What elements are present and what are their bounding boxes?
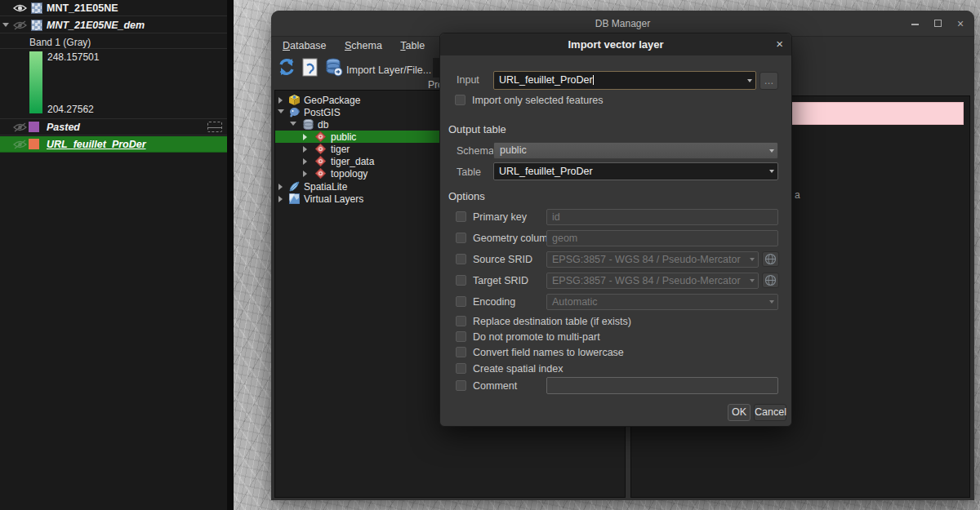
- schema-icon: [315, 144, 326, 154]
- primary-key-placeholder: id: [552, 211, 560, 223]
- postgis-icon: [289, 107, 300, 118]
- input-value: URL_feuillet_ProDer: [499, 74, 593, 86]
- separator: [0, 48, 227, 49]
- import-vector-layer-dialog: Import vector layer × Input URL_feuillet…: [439, 33, 792, 427]
- geopackage-icon: [289, 95, 300, 105]
- dialog-titlebar[interactable]: Import vector layer ×: [440, 33, 791, 55]
- encoding-checkbox[interactable]: [456, 296, 466, 307]
- lowercase-fields-label: Convert field names to lowercase: [473, 347, 624, 358]
- chevron-down-icon[interactable]: [769, 170, 774, 173]
- no-multipart-checkbox[interactable]: [456, 331, 466, 342]
- tree-label[interactable]: Virtual Layers: [304, 193, 363, 205]
- info-text-fragment: a: [795, 189, 800, 201]
- import-layer-icon[interactable]: [325, 58, 343, 77]
- menu-table[interactable]: Table: [397, 38, 428, 53]
- layer-row-mnt[interactable]: MNT_21E05NE: [0, 0, 227, 16]
- sql-window-icon[interactable]: [302, 58, 318, 78]
- chevron-down-icon: [750, 279, 755, 282]
- cancel-button[interactable]: Cancel: [754, 404, 786, 421]
- tree-label[interactable]: tiger: [331, 144, 350, 155]
- primary-key-checkbox[interactable]: [456, 211, 466, 222]
- tree-label[interactable]: SpatiaLite: [304, 181, 347, 193]
- primary-key-label: Primary key: [473, 211, 527, 223]
- spatial-index-checkbox[interactable]: [456, 363, 466, 374]
- comment-checkbox[interactable]: [456, 380, 466, 391]
- import-only-selected-label: Import only selected features: [472, 95, 604, 106]
- layer-row-url-feuillet[interactable]: URL_feuillet_ProDer: [0, 136, 227, 153]
- tree-label[interactable]: tiger_data: [331, 156, 374, 167]
- layer-row-pasted[interactable]: Pasted: [0, 119, 227, 135]
- source-srid-checkbox[interactable]: [456, 254, 466, 264]
- toolbar-button-fragment: [433, 58, 439, 78]
- menu-schema[interactable]: Schema: [341, 38, 385, 53]
- chevron-down-icon: [769, 300, 774, 304]
- target-srid-combobox: EPSG:3857 - WGS 84 / Pseudo-Mercator: [546, 273, 759, 289]
- layer-color-swatch: [29, 122, 39, 132]
- ok-button[interactable]: OK: [728, 404, 751, 421]
- memory-layer-indicator-icon[interactable]: [207, 122, 222, 132]
- visibility-eye-off-icon[interactable]: [13, 20, 27, 30]
- comment-field[interactable]: [546, 377, 778, 394]
- virtual-layers-icon: [289, 193, 300, 204]
- tree-label[interactable]: public: [331, 131, 356, 143]
- chevron-down-icon[interactable]: [769, 149, 774, 153]
- schema-label: Schema: [457, 145, 494, 157]
- gradient-min-value: 204.27562: [47, 104, 94, 115]
- table-combobox[interactable]: URL_feuillet_ProDer: [493, 162, 778, 180]
- layer-color-swatch: [29, 139, 39, 149]
- schema-value: public: [500, 144, 527, 156]
- target-srid-value: EPSG:3857 - WGS 84 / Pseudo-Mercator: [552, 275, 741, 286]
- source-srid-combobox: EPSG:3857 - WGS 84 / Pseudo-Mercator: [546, 251, 759, 268]
- tree-label[interactable]: topology: [331, 168, 368, 180]
- geometry-column-checkbox[interactable]: [456, 233, 466, 243]
- maximize-button[interactable]: [930, 17, 945, 30]
- refresh-icon[interactable]: [278, 58, 296, 76]
- close-button[interactable]: ×: [953, 17, 968, 30]
- options-heading: Options: [448, 190, 485, 202]
- gradient-max-value: 248.157501: [47, 51, 99, 63]
- visibility-eye-off-icon[interactable]: [13, 140, 27, 149]
- output-table-heading: Output table: [448, 123, 506, 135]
- layer-row-mnt-dem[interactable]: MNT_21E05NE_dem: [0, 17, 227, 33]
- dialog-close-icon[interactable]: ×: [776, 37, 783, 51]
- lowercase-fields-checkbox[interactable]: [456, 347, 466, 357]
- tree-label[interactable]: db: [318, 119, 328, 131]
- target-srid-checkbox[interactable]: [456, 275, 466, 286]
- tree-label[interactable]: PostGIS: [304, 107, 341, 118]
- visibility-eye-icon[interactable]: [13, 3, 27, 13]
- spatialite-icon: [289, 181, 300, 192]
- primary-key-field: id: [546, 209, 778, 225]
- encoding-combobox: Automatic: [546, 294, 778, 310]
- import-only-selected-checkbox[interactable]: [455, 95, 466, 105]
- input-combobox[interactable]: URL_feuillet_ProDer: [493, 71, 756, 90]
- replace-destination-label: Replace destination table (if exists): [473, 316, 631, 327]
- layer-name[interactable]: MNT_21E05NE: [47, 2, 118, 14]
- encoding-value: Automatic: [552, 296, 598, 308]
- schema-combobox[interactable]: public: [493, 142, 778, 159]
- table-value: URL_feuillet_ProDer: [499, 166, 593, 177]
- source-srid-globe-button: [762, 251, 779, 267]
- chevron-down-icon[interactable]: [747, 79, 752, 82]
- layer-name[interactable]: Pasted: [47, 122, 80, 133]
- source-srid-label: Source SRID: [473, 254, 532, 265]
- tree-label[interactable]: GeoPackage: [304, 95, 360, 106]
- geometry-column-placeholder: geom: [552, 233, 577, 244]
- import-layer-button[interactable]: Import Layer/File...: [346, 64, 431, 76]
- browse-button[interactable]: …: [760, 72, 778, 90]
- collapse-arrow-icon[interactable]: [2, 23, 9, 27]
- replace-destination-checkbox[interactable]: [456, 316, 466, 326]
- panel-divider[interactable]: [227, 0, 234, 510]
- target-srid-globe-button: [762, 273, 779, 288]
- geometry-column-field: geom: [546, 230, 778, 246]
- band-label: Band 1 (Gray): [29, 37, 91, 48]
- menu-database[interactable]: Database: [279, 38, 330, 53]
- encoding-label: Encoding: [473, 296, 515, 308]
- text-caret: [593, 75, 594, 85]
- schema-icon: [315, 168, 326, 179]
- schema-icon: [315, 156, 326, 166]
- layer-name[interactable]: URL_feuillet_ProDer: [47, 139, 146, 150]
- minimize-button[interactable]: [907, 17, 922, 30]
- qgis-main-window: MNT_21E05NE MNT_21E05NE_dem Band 1 (Gray…: [0, 0, 980, 510]
- layer-name[interactable]: MNT_21E05NE_dem: [47, 20, 145, 31]
- visibility-eye-off-icon[interactable]: [13, 122, 27, 132]
